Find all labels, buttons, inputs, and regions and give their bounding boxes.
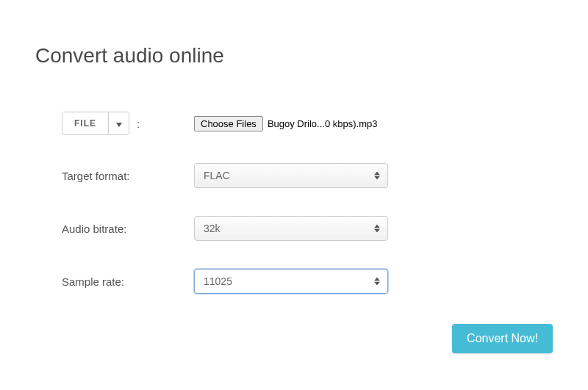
- file-row: FILE : Choose Files Bugoy Drilo...0 kbps…: [62, 112, 553, 135]
- file-colon: :: [137, 118, 140, 130]
- file-source-button[interactable]: FILE: [62, 112, 108, 134]
- sample-rate-row: Sample rate: 11025: [62, 269, 553, 294]
- sample-rate-value: 11025: [204, 275, 232, 287]
- audio-bitrate-select[interactable]: 32k: [194, 216, 388, 241]
- sample-rate-label: Sample rate:: [62, 275, 124, 288]
- sort-arrows-icon: [374, 172, 380, 180]
- sort-arrows-icon: [374, 225, 380, 233]
- audio-bitrate-value: 32k: [204, 223, 220, 234]
- target-format-row: Target format: FLAC: [62, 163, 553, 188]
- audio-bitrate-label: Audio bitrate:: [62, 223, 126, 235]
- page-title: Convert audio online: [35, 44, 553, 68]
- file-source-dropdown[interactable]: FILE: [62, 112, 129, 135]
- sample-rate-select[interactable]: 11025: [194, 269, 388, 294]
- caret-down-icon: [116, 118, 122, 129]
- audio-bitrate-row: Audio bitrate: 32k: [62, 216, 553, 241]
- sort-arrows-icon: [374, 278, 380, 286]
- file-source-caret[interactable]: [108, 112, 129, 134]
- target-format-label: Target format:: [62, 170, 130, 182]
- choose-files-button[interactable]: Choose Files: [194, 116, 263, 131]
- selected-filename: Bugoy Drilo...0 kbps).mp3: [268, 118, 378, 129]
- convert-now-button[interactable]: Convert Now!: [452, 324, 553, 353]
- target-format-select[interactable]: FLAC: [194, 163, 388, 188]
- target-format-value: FLAC: [204, 170, 230, 181]
- convert-form: FILE : Choose Files Bugoy Drilo...0 kbps…: [35, 112, 553, 294]
